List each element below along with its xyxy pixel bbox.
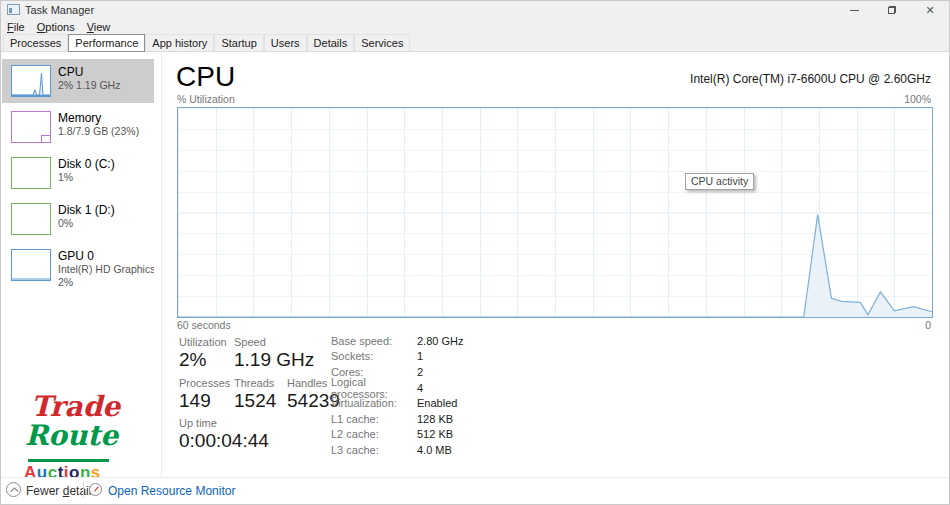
y-axis-label: % Utilization [177,93,235,105]
sidebar-disk1-title: Disk 1 (D:) [58,203,154,217]
processes-value: 149 [179,390,211,412]
cpu-utilization-chart[interactable]: CPU activity [177,107,933,318]
processor-name: Intel(R) Core(TM) i7-6600U CPU @ 2.60GHz [690,72,931,86]
cpu-activity-area [178,108,932,317]
gpu-mini-chart [11,249,51,281]
disk0-mini-chart [11,157,51,189]
threads-value: 1524 [234,390,276,412]
footer-separator [83,482,84,498]
sidebar-gpu-subtitle: Intel(R) HD Graphics 520 [58,263,154,276]
tab-startup[interactable]: Startup [214,34,263,51]
detail-l3-cache: L3 cache:4.0 MB [331,442,463,458]
handles-label: Handles [287,377,327,389]
detail-logical-processors: Logical processors:4 [331,380,463,396]
sidebar-memory-title: Memory [58,111,154,125]
detail-virtualization: Virtualization:Enabled [331,395,463,411]
fewer-details-button[interactable] [6,482,21,497]
uptime-label: Up time [179,417,217,429]
disk1-mini-chart [11,203,51,235]
performance-sidebar: CPU 2% 1.19 GHz Memory 1.8/7.9 GB (23%) … [1,52,162,477]
sidebar-disk0-subtitle: 1% [58,171,154,184]
speed-value: 1.19 GHz [234,349,314,371]
menu-view[interactable]: View [87,21,111,33]
tab-details[interactable]: Details [307,34,355,51]
cpu-details-list: Base speed:2.80 GHz Sockets:1 Cores:2 Lo… [331,333,463,458]
utilization-label: Utilization [179,336,227,348]
sidebar-item-disk0[interactable]: Disk 0 (C:) 1% [2,151,154,195]
chart-tooltip: CPU activity [685,173,754,190]
tab-users[interactable]: Users [264,34,307,51]
tab-processes[interactable]: Processes [3,34,68,51]
task-manager-app-icon [7,4,20,15]
minimize-button[interactable] [835,1,873,19]
x-axis-left-label: 60 seconds [177,319,231,331]
status-bar: Fewer details Open Resource Monitor [1,477,949,504]
utilization-value: 2% [179,349,206,371]
memory-mini-chart [11,111,51,143]
sidebar-item-memory[interactable]: Memory 1.8/7.9 GB (23%) [2,105,154,149]
sidebar-disk0-title: Disk 0 (C:) [58,157,154,171]
threads-label: Threads [234,377,274,389]
sidebar-cpu-title: CPU [58,65,154,79]
fewer-details-label[interactable]: Fewer details [26,484,97,498]
open-resource-monitor-link[interactable]: Open Resource Monitor [108,484,235,498]
title-bar[interactable]: Task Manager ✕ [1,1,949,19]
detail-sockets: Sockets:1 [331,349,463,365]
menu-file[interactable]: File [7,21,25,33]
close-button[interactable]: ✕ [911,1,949,19]
window-title: Task Manager [25,4,94,16]
sidebar-disk1-subtitle: 0% [58,217,154,230]
sidebar-memory-subtitle: 1.8/7.9 GB (23%) [58,125,154,138]
page-title: CPU [176,61,235,93]
menu-bar: File Options View [1,19,949,34]
restore-button[interactable] [873,1,911,19]
tab-strip: Processes Performance App history Startu… [1,34,949,52]
detail-l2-cache: L2 cache:512 KB [331,427,463,443]
minimize-icon [850,10,859,11]
detail-base-speed: Base speed:2.80 GHz [331,333,463,349]
task-manager-window: Task Manager ✕ File Options View Process… [0,0,950,505]
speed-label: Speed [234,336,266,348]
close-icon: ✕ [925,4,934,17]
tab-services[interactable]: Services [354,34,410,51]
sidebar-gpu-title: GPU 0 [58,249,154,263]
sidebar-item-cpu[interactable]: CPU 2% 1.19 GHz [2,59,154,103]
uptime-value: 0:00:04:44 [179,430,269,452]
y-axis-max-label: 100% [904,93,931,105]
processes-label: Processes [179,377,230,389]
sidebar-cpu-subtitle: 2% 1.19 GHz [58,79,154,92]
x-axis-right-label: 0 [925,319,931,331]
resource-monitor-icon [89,483,102,496]
sidebar-item-disk1[interactable]: Disk 1 (D:) 0% [2,197,154,241]
detail-l1-cache: L1 cache:128 KB [331,411,463,427]
restore-icon [888,6,896,14]
cpu-mini-chart [11,65,51,97]
chevron-up-icon [10,487,19,493]
tab-performance[interactable]: Performance [68,34,145,52]
menu-options[interactable]: Options [37,21,75,33]
sidebar-item-gpu[interactable]: GPU 0 Intel(R) HD Graphics 520 2% [2,243,154,299]
sidebar-gpu-utilization: 2% [58,276,154,289]
tab-app-history[interactable]: App history [145,34,214,51]
